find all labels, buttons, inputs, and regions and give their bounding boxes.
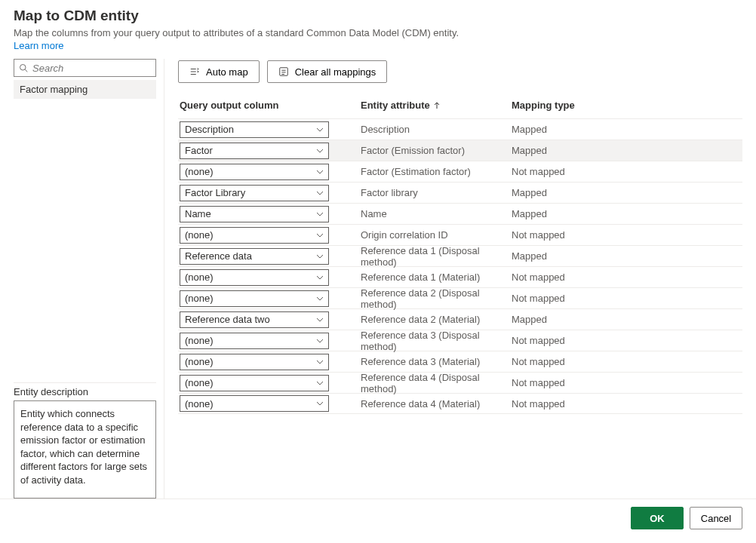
header-query-output[interactable]: Query output column <box>178 100 359 111</box>
query-output-dropdown[interactable]: (none) <box>180 164 329 180</box>
header-mapping-type[interactable]: Mapping type <box>510 100 601 111</box>
chevron-down-icon <box>316 210 324 218</box>
table-row[interactable]: (none)Factor (Estimation factor)Not mapp… <box>178 161 742 182</box>
entity-attribute-value: Reference data 3 (Disposal method) <box>359 330 510 352</box>
query-output-dropdown[interactable]: (none) <box>180 354 329 370</box>
chevron-down-icon <box>316 316 324 324</box>
sidebar-item-factor-mapping[interactable]: Factor mapping <box>14 80 156 99</box>
entity-description-label: Entity description <box>14 382 156 400</box>
query-output-dropdown[interactable]: Description <box>180 121 329 138</box>
mapping-type-value: Not mapped <box>510 272 601 283</box>
mapping-type-value: Not mapped <box>510 356 601 367</box>
dropdown-value: (none) <box>185 272 214 283</box>
dropdown-value: Description <box>185 124 234 135</box>
query-output-dropdown[interactable]: (none) <box>180 395 329 412</box>
chevron-down-icon <box>316 189 324 197</box>
dropdown-value: (none) <box>185 377 214 388</box>
chevron-down-icon <box>316 168 324 176</box>
dropdown-value: (none) <box>185 398 214 410</box>
main-panel: Auto map Clear all mappings Query output… <box>178 59 742 499</box>
mapping-type-value: Not mapped <box>510 398 601 410</box>
table-row[interactable]: (none)Reference data 1 (Material)Not map… <box>178 266 742 287</box>
table-row[interactable]: Reference data twoReference data 2 (Mate… <box>178 308 742 330</box>
mapping-type-value: Mapped <box>510 208 601 219</box>
search-icon <box>19 63 28 72</box>
cancel-button[interactable]: Cancel <box>690 507 742 529</box>
entity-attribute-value: Name <box>359 208 510 219</box>
page-title: Map to CDM entity <box>14 8 742 24</box>
dropdown-value: (none) <box>185 293 214 304</box>
chevron-down-icon <box>316 274 324 281</box>
entity-attribute-value: Reference data 2 (Disposal method) <box>359 287 510 310</box>
dropdown-value: (none) <box>185 335 214 346</box>
table-row[interactable]: FactorFactor (Emission factor)Mapped <box>178 140 742 161</box>
entity-attribute-value: Reference data 1 (Material) <box>359 272 510 283</box>
table-row[interactable]: NameNameMapped <box>178 203 742 224</box>
clear-all-label: Clear all mappings <box>295 66 376 78</box>
entity-attribute-value: Origin correlation ID <box>359 229 510 241</box>
header-entity-attribute[interactable]: Entity attribute <box>359 100 510 111</box>
table-row[interactable]: (none)Reference data 4 (Material)Not map… <box>178 393 742 414</box>
chevron-down-icon <box>316 358 324 366</box>
svg-point-0 <box>20 65 26 71</box>
entity-attribute-value: Reference data 4 (Disposal method) <box>359 372 510 394</box>
entity-attribute-value: Factor (Estimation factor) <box>359 166 510 177</box>
table-row[interactable]: (none)Reference data 3 (Disposal method)… <box>178 330 742 351</box>
page-subtitle: Map the columns from your query output t… <box>14 27 742 38</box>
table-row[interactable]: (none)Reference data 3 (Material)Not map… <box>178 351 742 372</box>
mapping-type-value: Mapped <box>510 145 601 156</box>
query-output-dropdown[interactable]: (none) <box>180 375 329 391</box>
table-row[interactable]: (none)Origin correlation IDNot mapped <box>178 224 742 245</box>
query-output-dropdown[interactable]: Reference data <box>180 248 329 265</box>
entity-attribute-value: Reference data 3 (Material) <box>359 356 510 367</box>
table-row[interactable]: DescriptionDescriptionMapped <box>178 118 742 140</box>
auto-map-label: Auto map <box>206 66 248 78</box>
clear-all-button[interactable]: Clear all mappings <box>267 60 388 83</box>
dropdown-value: (none) <box>185 356 214 367</box>
entity-attribute-value: Reference data 4 (Material) <box>359 398 510 410</box>
entity-attribute-value: Reference data 1 (Disposal method) <box>359 245 510 268</box>
mapping-type-value: Mapped <box>510 314 601 325</box>
query-output-dropdown[interactable]: (none) <box>180 227 329 244</box>
chevron-down-icon <box>316 400 324 407</box>
chevron-down-icon <box>316 379 324 387</box>
ok-button[interactable]: OK <box>631 507 684 529</box>
table-body: DescriptionDescriptionMappedFactorFactor… <box>178 118 742 414</box>
dropdown-value: (none) <box>185 229 214 241</box>
chevron-down-icon <box>316 232 324 239</box>
clear-all-icon <box>278 66 289 77</box>
table-row[interactable]: (none)Reference data 4 (Disposal method)… <box>178 372 742 393</box>
table-row[interactable]: Reference dataReference data 1 (Disposal… <box>178 245 742 266</box>
mapping-type-value: Not mapped <box>510 293 601 304</box>
dropdown-value: Name <box>185 208 211 219</box>
query-output-dropdown[interactable]: Name <box>180 206 329 222</box>
search-input[interactable] <box>28 62 161 75</box>
mapping-type-value: Not mapped <box>510 229 601 241</box>
query-output-dropdown[interactable]: (none) <box>180 333 329 349</box>
query-output-dropdown[interactable]: (none) <box>180 290 329 307</box>
query-output-dropdown[interactable]: (none) <box>180 269 329 286</box>
query-output-dropdown[interactable]: Factor <box>180 143 329 159</box>
dropdown-value: Reference data <box>185 250 252 262</box>
auto-map-icon <box>189 66 200 77</box>
auto-map-button[interactable]: Auto map <box>178 60 260 83</box>
chevron-down-icon <box>316 253 324 260</box>
sort-asc-icon <box>433 102 441 109</box>
mapping-type-value: Mapped <box>510 250 601 262</box>
mapping-type-value: Not mapped <box>510 166 601 177</box>
mapping-type-value: Mapped <box>510 124 601 135</box>
table-row[interactable]: (none)Reference data 2 (Disposal method)… <box>178 287 742 308</box>
query-output-dropdown[interactable]: Factor Library <box>180 185 329 201</box>
entity-attribute-value: Reference data 2 (Material) <box>359 314 510 325</box>
query-output-dropdown[interactable]: Reference data two <box>180 311 329 328</box>
mapping-type-value: Mapped <box>510 187 601 198</box>
mapping-type-value: Not mapped <box>510 335 601 346</box>
entity-attribute-value: Factor (Emission factor) <box>359 145 510 156</box>
chevron-down-icon <box>316 295 324 302</box>
dropdown-value: (none) <box>185 166 214 177</box>
table-row[interactable]: Factor LibraryFactor libraryMapped <box>178 182 742 203</box>
search-box[interactable] <box>14 59 156 77</box>
table-header: Query output column Entity attribute Map… <box>178 92 742 118</box>
sidebar: Factor mapping Entity description Entity… <box>14 59 164 499</box>
learn-more-link[interactable]: Learn more <box>14 40 63 51</box>
